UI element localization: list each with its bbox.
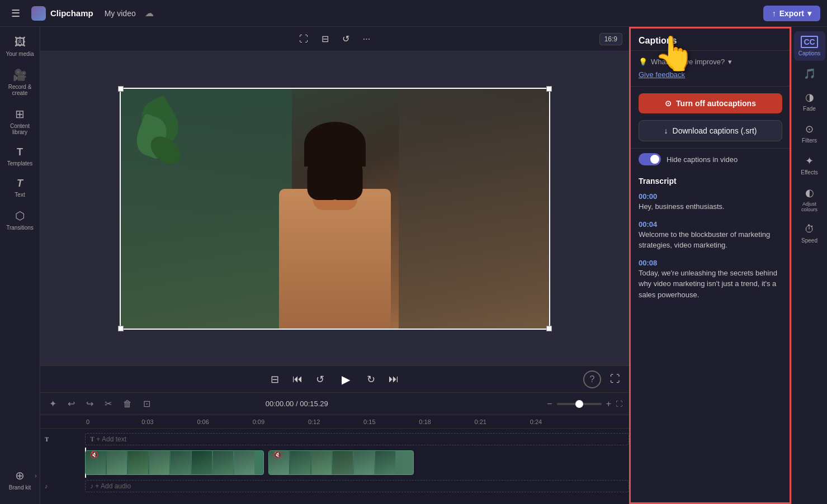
- play-button[interactable]: ▶: [335, 369, 356, 389]
- turn-off-autocaptions-button[interactable]: ⊙ Turn off autocaptions: [639, 93, 782, 113]
- transcript-text-0: Hey, business enthusiasts.: [639, 201, 782, 212]
- crop-button[interactable]: ⛶: [295, 32, 313, 46]
- playback-bar: ⊟ ⏮ ↺ ▶ ↻ ⏭ ? ⛶: [40, 365, 629, 392]
- transcript-entry-2: 00:08 Today, we're unleashing the secret…: [639, 258, 782, 301]
- transcript-time-1[interactable]: 00:04: [639, 220, 657, 229]
- skip-to-end-button[interactable]: ⏭: [386, 371, 401, 387]
- skip-to-start-button[interactable]: ⏮: [290, 371, 305, 387]
- timeline-cut-button[interactable]: ✂: [102, 396, 114, 411]
- video-title[interactable]: My video: [105, 9, 136, 18]
- video-track: 🔇: [85, 450, 414, 475]
- chevron-down-icon: ▾: [728, 58, 732, 66]
- right-tool-audio[interactable]: 🎵: [794, 63, 825, 84]
- topbar: ☰ Clipchamp My video ☁ ↑ Export ▾: [0, 0, 827, 27]
- right-tool-filters[interactable]: ⊙ Filters: [794, 118, 825, 148]
- clip-thumb-8: [234, 451, 254, 474]
- add-text-track[interactable]: 𝐓 + Add text: [85, 433, 629, 445]
- clip-thumb-2: [107, 451, 127, 474]
- ruler-mark-0: 0: [85, 419, 140, 425]
- audio-tool-icon: 🎵: [804, 68, 816, 80]
- aspect-ratio-button[interactable]: 16:9: [599, 33, 622, 45]
- zoom-track[interactable]: [557, 403, 602, 405]
- help-button[interactable]: ?: [583, 370, 601, 388]
- sidebar-item-text[interactable]: T Text: [2, 173, 38, 202]
- ruler-mark-009: 0:09: [252, 419, 307, 425]
- logo-icon: [31, 6, 46, 21]
- download-icon: ↓: [664, 126, 668, 135]
- zoom-out-button[interactable]: −: [547, 399, 552, 409]
- screen-button[interactable]: ⊟: [317, 31, 333, 46]
- sidebar-item-content-library[interactable]: ⊞ Content library: [2, 103, 38, 140]
- cloud-save-icon: ☁: [145, 8, 154, 18]
- resize-handle-tl[interactable]: [118, 86, 124, 92]
- lightbulb-icon: 💡: [639, 58, 648, 66]
- timeline-time-display: 00:00.00 / 00:15.29: [266, 400, 328, 408]
- video-background: [121, 89, 549, 329]
- video-clip-2[interactable]: 🔇: [268, 450, 414, 475]
- timeline-add-button[interactable]: ✦: [47, 396, 59, 411]
- captions-tool-icon: CC: [801, 36, 817, 48]
- sidebar-label-brand-kit: Brand kit: [9, 484, 31, 491]
- sidebar-item-record-create[interactable]: 🎥 Record & create: [2, 64, 38, 101]
- rotate-button[interactable]: ↺: [338, 31, 354, 46]
- transcript-time-0[interactable]: 00:00: [639, 192, 657, 201]
- left-sidebar: 🖼 Your media 🎥 Record & create ⊞ Content…: [0, 27, 40, 504]
- video-preview-area: [40, 51, 629, 365]
- mute-icon: 🔇: [90, 451, 98, 459]
- right-tool-speed[interactable]: ⏱ Speed: [794, 219, 825, 248]
- hamburger-menu[interactable]: ☰: [7, 5, 25, 22]
- fullscreen-button[interactable]: ⛶: [610, 373, 620, 385]
- ruler-mark-015: 0:15: [362, 419, 418, 425]
- right-tool-fade[interactable]: ◑ Fade: [794, 87, 825, 116]
- export-button[interactable]: ↑ Export ▾: [763, 6, 820, 21]
- clip-thumb-7: [213, 451, 233, 474]
- captions-panel: Captions 💡 What can we improve? ▾ Give f…: [629, 27, 791, 504]
- download-captions-button[interactable]: ↓ Download captions (.srt): [639, 120, 782, 141]
- clip-thumb-3: [128, 451, 148, 474]
- filters-tool-icon: ⊙: [805, 123, 814, 135]
- ruler-mark-018: 0:18: [418, 419, 473, 425]
- sidebar-item-your-media[interactable]: 🖼 Your media: [2, 31, 38, 61]
- clip-2-thumbnails: [269, 451, 395, 474]
- clip-thumb-4: [149, 451, 169, 474]
- timeline-redo-button[interactable]: ↪: [84, 396, 96, 411]
- sidebar-item-brand-kit[interactable]: ⊕ › Brand kit: [2, 464, 38, 495]
- fit-to-window-button[interactable]: ⛶: [616, 400, 622, 408]
- give-feedback-link[interactable]: Give feedback: [639, 69, 782, 79]
- more-options-button[interactable]: ···: [358, 32, 375, 46]
- audio-track[interactable]: ♪ + Add audio: [85, 480, 629, 492]
- right-tool-captions[interactable]: CC Captions: [794, 31, 825, 61]
- text-icon: T: [17, 178, 23, 189]
- sidebar-label-text: Text: [15, 192, 25, 198]
- feedback-row[interactable]: 💡 What can we improve? ▾: [639, 58, 782, 66]
- resize-handle-tr[interactable]: [546, 86, 552, 92]
- ruler-mark-003: 0:03: [140, 419, 196, 425]
- right-tool-effects[interactable]: ✦ Effects: [794, 150, 825, 180]
- timeline-undo-button[interactable]: ↩: [65, 396, 77, 411]
- sidebar-item-templates[interactable]: T Templates: [2, 142, 38, 171]
- resize-handle-bl[interactable]: [118, 326, 124, 331]
- export-icon: ↑: [772, 9, 776, 18]
- timeline-delete-button[interactable]: 🗑: [121, 397, 134, 411]
- video-track-row: 🔇: [40, 448, 629, 478]
- transcript-time-2[interactable]: 00:08: [639, 259, 657, 267]
- forward-button[interactable]: ↻: [365, 371, 377, 388]
- sidebar-label-templates: Templates: [7, 160, 33, 167]
- right-tool-adjust-colours[interactable]: ◐ Adjust colours: [794, 182, 825, 217]
- timeline-toolbar: ✦ ↩ ↪ ✂ 🗑 ⊡ 00:00.00 / 00:15.29 − + ⛶: [40, 393, 629, 415]
- subtitles-button[interactable]: ⊟: [268, 371, 281, 388]
- video-clip-1[interactable]: 🔇: [85, 450, 264, 475]
- timeline-ruler: 0 0:03 0:06 0:09 0:12 0:15 0:18 0:21 0:2…: [40, 415, 629, 429]
- video-preview[interactable]: [120, 88, 550, 330]
- hide-captions-toggle[interactable]: [639, 153, 661, 165]
- sidebar-item-transitions[interactable]: ⬡ Transitions: [2, 205, 38, 235]
- sidebar-label-your-media: Your media: [6, 51, 34, 57]
- timeline-duplicate-button[interactable]: ⊡: [141, 396, 153, 411]
- brand-kit-icon: ⊕: [15, 469, 25, 482]
- rewind-button[interactable]: ↺: [314, 371, 327, 388]
- zoom-in-button[interactable]: +: [606, 399, 611, 409]
- captions-title: Captions: [639, 36, 677, 45]
- feedback-question: What can we improve?: [651, 58, 725, 66]
- effects-tool-label: Effects: [801, 169, 817, 175]
- resize-handle-br[interactable]: [546, 326, 552, 331]
